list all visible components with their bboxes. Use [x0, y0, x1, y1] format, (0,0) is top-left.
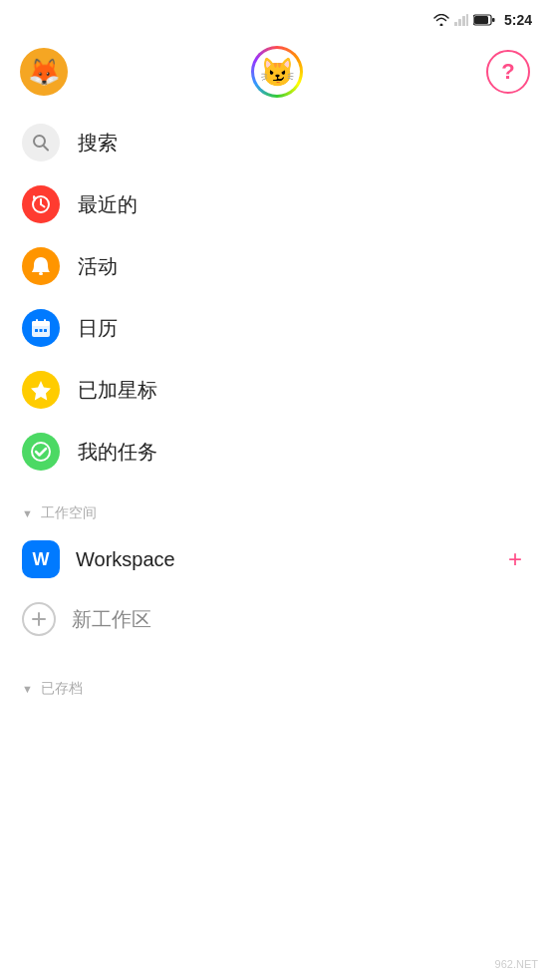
- new-workspace-label: 新工作区: [72, 606, 151, 633]
- archived-section-header: ▼ 已存档: [0, 662, 550, 704]
- new-workspace-item[interactable]: 新工作区: [0, 590, 550, 648]
- svg-rect-6: [492, 18, 495, 22]
- signal-icon: [454, 14, 468, 26]
- activity-icon: [22, 247, 60, 285]
- svg-rect-0: [454, 22, 457, 26]
- nav-item-recent[interactable]: 最近的: [0, 173, 550, 235]
- nav-label-activity: 活动: [78, 253, 118, 280]
- nav-item-calendar[interactable]: 日历: [0, 297, 550, 359]
- workspace-item-main[interactable]: W Workspace +: [0, 528, 550, 590]
- archived-chevron: ▼: [22, 683, 33, 695]
- wifi-icon: [433, 14, 449, 26]
- calendar-icon: [22, 309, 60, 347]
- starred-icon: [22, 371, 60, 409]
- nav-label-search: 搜索: [78, 130, 118, 157]
- svg-marker-20: [31, 381, 51, 401]
- watermark: 962.NET: [495, 958, 538, 970]
- nav-item-mytasks[interactable]: 我的任务: [0, 421, 550, 483]
- svg-rect-16: [44, 319, 46, 323]
- help-label: ?: [501, 59, 514, 85]
- workspace-icon: W: [22, 540, 60, 578]
- workspaces-section-header: ▼ 工作空间: [0, 487, 550, 528]
- workspace-icon-text: W: [33, 549, 50, 570]
- fox-avatar[interactable]: 🦊: [20, 48, 68, 96]
- nav-list: 搜索 最近的 活动: [0, 108, 550, 487]
- app-logo[interactable]: 😼: [251, 46, 303, 98]
- archived-section-title: 已存档: [41, 680, 83, 698]
- svg-point-21: [32, 443, 50, 461]
- add-workspace-icon: [22, 602, 56, 636]
- nav-label-mytasks: 我的任务: [78, 439, 157, 466]
- nav-item-starred[interactable]: 已加星标: [0, 359, 550, 421]
- nav-label-calendar: 日历: [78, 315, 118, 342]
- logo-emoji: 😼: [260, 56, 295, 89]
- recent-icon: [22, 185, 60, 223]
- svg-line-11: [41, 204, 45, 207]
- svg-rect-14: [32, 321, 50, 326]
- svg-rect-12: [39, 272, 43, 275]
- nav-label-starred: 已加星标: [78, 377, 157, 404]
- fox-emoji: 🦊: [28, 57, 60, 88]
- nav-label-recent: 最近的: [78, 191, 138, 218]
- workspace-add-button[interactable]: +: [502, 543, 528, 575]
- search-icon: [22, 124, 60, 162]
- mytasks-icon: [22, 433, 60, 471]
- workspaces-section-title: 工作空间: [41, 504, 97, 522]
- status-icons: 5:24: [433, 12, 532, 28]
- status-time: 5:24: [504, 12, 532, 28]
- nav-item-activity[interactable]: 活动: [0, 235, 550, 297]
- workspaces-chevron: ▼: [22, 507, 33, 519]
- help-button[interactable]: ?: [486, 50, 530, 94]
- svg-line-8: [44, 146, 49, 151]
- svg-rect-2: [462, 16, 465, 26]
- nav-item-search[interactable]: 搜索: [0, 112, 550, 173]
- svg-rect-18: [40, 329, 43, 332]
- svg-rect-3: [466, 14, 468, 26]
- status-bar: 5:24: [0, 0, 550, 36]
- svg-rect-5: [474, 16, 488, 24]
- battery-icon: [473, 14, 495, 26]
- svg-rect-19: [44, 329, 47, 332]
- svg-rect-17: [35, 329, 38, 332]
- top-bar: 🦊 😼 ?: [0, 36, 550, 108]
- svg-rect-15: [36, 319, 38, 323]
- workspace-label: Workspace: [76, 548, 486, 571]
- svg-rect-1: [458, 19, 461, 26]
